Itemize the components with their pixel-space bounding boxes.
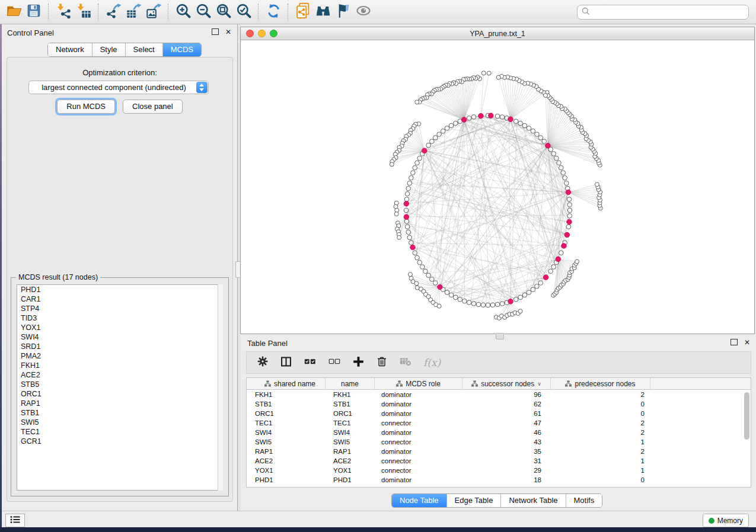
ring-node[interactable] bbox=[567, 197, 572, 202]
ring-node[interactable] bbox=[551, 152, 556, 156]
ring-node[interactable] bbox=[538, 281, 543, 286]
criterion-dropdown[interactable]: largest connected component (undirected) bbox=[28, 81, 209, 94]
table-row[interactable]: TEC1 TEC1 connector 47 2 bbox=[247, 418, 751, 428]
ring-node[interactable] bbox=[405, 191, 410, 196]
float-panel-icon[interactable] bbox=[731, 339, 738, 345]
list-item[interactable]: SWI5 bbox=[17, 418, 222, 427]
ring-node[interactable] bbox=[458, 297, 462, 302]
list-item[interactable]: GCR1 bbox=[17, 437, 222, 446]
search-box[interactable] bbox=[577, 5, 749, 20]
import-network-button[interactable] bbox=[53, 2, 74, 22]
ring-node[interactable] bbox=[454, 295, 458, 300]
table-row[interactable]: RAP1 RAP1 dominator 35 2 bbox=[247, 447, 751, 456]
ring-node[interactable] bbox=[437, 132, 442, 137]
ring-node[interactable] bbox=[567, 203, 572, 207]
leaf-node[interactable] bbox=[575, 259, 579, 264]
mcds-node[interactable] bbox=[556, 257, 561, 262]
ring-node[interactable] bbox=[404, 197, 409, 202]
tab-node-table[interactable]: Node Table bbox=[392, 494, 447, 507]
mcds-node[interactable] bbox=[566, 190, 571, 195]
ring-node[interactable] bbox=[522, 123, 527, 128]
list-item[interactable]: CAR1 bbox=[17, 294, 222, 304]
select-all-button[interactable] bbox=[304, 355, 317, 370]
mcds-node[interactable] bbox=[567, 219, 572, 225]
ring-node[interactable] bbox=[449, 123, 454, 128]
ring-node[interactable] bbox=[522, 293, 527, 297]
list-scrollbar[interactable] bbox=[218, 284, 223, 491]
leaf-node[interactable] bbox=[390, 162, 394, 166]
table-row[interactable]: ORC1 ORC1 dominator 61 0 bbox=[247, 409, 751, 418]
ring-node[interactable] bbox=[500, 302, 505, 306]
tab-edge-table[interactable]: Edge Table bbox=[447, 494, 502, 507]
ring-node[interactable] bbox=[535, 284, 540, 289]
close-panel-icon[interactable]: ✕ bbox=[744, 339, 750, 345]
ring-node[interactable] bbox=[417, 260, 422, 265]
tab-style[interactable]: Style bbox=[92, 43, 126, 56]
mcds-node[interactable] bbox=[438, 284, 443, 290]
ring-node[interactable] bbox=[445, 126, 449, 131]
ring-node[interactable] bbox=[531, 129, 535, 134]
list-item[interactable]: SWI4 bbox=[17, 332, 222, 342]
export-table-button[interactable] bbox=[123, 2, 143, 22]
maximize-window-icon[interactable] bbox=[270, 30, 277, 37]
leaf-node[interactable] bbox=[397, 235, 401, 239]
delete-column-button[interactable] bbox=[376, 355, 388, 370]
run-mcds-button[interactable]: Run MCDS bbox=[57, 100, 115, 114]
leaf-node[interactable] bbox=[595, 182, 599, 187]
column-header-predecessor-nodes[interactable]: predecessor nodes bbox=[551, 378, 650, 389]
list-item[interactable]: YOX1 bbox=[17, 323, 222, 332]
list-item[interactable]: SRD1 bbox=[17, 342, 222, 351]
list-item[interactable]: PMA2 bbox=[17, 351, 222, 361]
new-network-from-selection-button[interactable] bbox=[293, 2, 313, 22]
tab-network-table[interactable]: Network Table bbox=[501, 494, 566, 507]
ring-node[interactable] bbox=[413, 165, 417, 170]
ring-node[interactable] bbox=[476, 302, 481, 307]
deselect-all-button[interactable] bbox=[328, 355, 341, 370]
ring-node[interactable] bbox=[423, 269, 428, 274]
mcds-node[interactable] bbox=[489, 113, 494, 118]
mcds-node[interactable] bbox=[546, 143, 551, 149]
mcds-node[interactable] bbox=[479, 113, 484, 118]
mcds-node[interactable] bbox=[404, 201, 409, 207]
mcds-node[interactable] bbox=[508, 117, 513, 122]
mcds-node[interactable] bbox=[564, 232, 570, 238]
ring-node[interactable] bbox=[410, 171, 415, 175]
float-panel-icon[interactable] bbox=[212, 28, 219, 35]
ring-node[interactable] bbox=[433, 136, 438, 140]
mcds-node[interactable] bbox=[461, 117, 467, 123]
ring-node[interactable] bbox=[535, 132, 540, 137]
ring-node[interactable] bbox=[490, 303, 495, 307]
leaf-node[interactable] bbox=[496, 75, 500, 79]
add-column-button[interactable] bbox=[352, 355, 365, 370]
leaf-node[interactable] bbox=[518, 309, 522, 313]
ring-node[interactable] bbox=[405, 225, 410, 229]
mcds-node[interactable] bbox=[562, 243, 567, 249]
ring-node[interactable] bbox=[433, 281, 438, 286]
ring-node[interactable] bbox=[513, 297, 518, 302]
ring-node[interactable] bbox=[471, 302, 476, 306]
ring-node[interactable] bbox=[542, 139, 547, 144]
export-image-button[interactable] bbox=[143, 2, 164, 22]
list-item[interactable]: FKH1 bbox=[17, 361, 222, 370]
ring-node[interactable] bbox=[404, 208, 409, 213]
refresh-layout-button[interactable] bbox=[263, 2, 283, 22]
ring-node[interactable] bbox=[567, 208, 572, 213]
ring-node[interactable] bbox=[467, 116, 471, 121]
network-view-canvas[interactable] bbox=[241, 40, 754, 334]
ring-node[interactable] bbox=[566, 225, 571, 229]
table-row[interactable]: PHD1 PHD1 dominator 18 0 bbox=[247, 475, 751, 485]
leaf-node[interactable] bbox=[394, 212, 398, 216]
leaf-node[interactable] bbox=[408, 273, 412, 277]
ring-node[interactable] bbox=[554, 156, 559, 161]
ring-node[interactable] bbox=[531, 287, 535, 292]
ring-node[interactable] bbox=[538, 136, 543, 140]
minimize-window-icon[interactable] bbox=[258, 30, 266, 37]
ring-node[interactable] bbox=[563, 175, 567, 180]
export-network-button[interactable] bbox=[103, 2, 123, 22]
list-item[interactable]: RAP1 bbox=[17, 399, 222, 408]
ring-node[interactable] bbox=[454, 121, 458, 126]
ring-node[interactable] bbox=[406, 230, 411, 235]
ring-node[interactable] bbox=[557, 161, 562, 165]
ring-node[interactable] bbox=[462, 299, 467, 303]
ring-node[interactable] bbox=[513, 119, 518, 124]
